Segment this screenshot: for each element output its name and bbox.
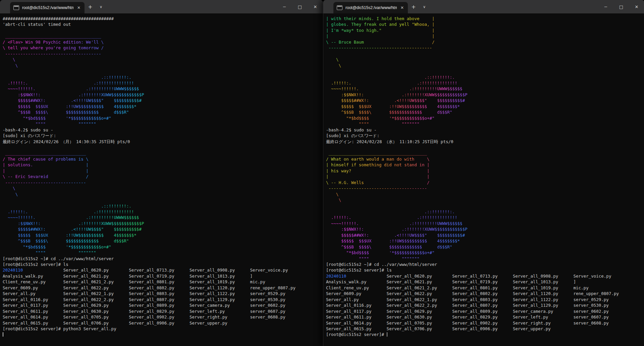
close-tab-icon[interactable]: ✕ xyxy=(400,5,405,10)
minimize-button[interactable]: ─ xyxy=(277,0,292,13)
terminal-screen-left[interactable]: ########################################… xyxy=(0,13,323,346)
ascii-art: .::!!!!!!!:. .!!!!!:. .:!!!!!!!!!!!!!! ~… xyxy=(326,209,467,262)
shell-login-output: -bash-4.2$ sudo su - [sudo] xi のパスワード: 最… xyxy=(326,127,644,151)
file-listing: 20240110 Server_all_0620.py Server_all_0… xyxy=(326,273,644,332)
listing-row: Server_all_0620.py Server_all_0713.py Se… xyxy=(346,274,611,279)
shell-run-command: [root@dic515s2 server]# python3 Server_a… xyxy=(3,326,323,332)
close-tab-icon[interactable]: ✕ xyxy=(76,5,81,10)
new-tab-button[interactable]: + xyxy=(85,0,96,13)
tab-dropdown-button[interactable]: ∨ xyxy=(419,0,429,13)
close-button[interactable]: ✕ xyxy=(629,0,644,13)
window-controls-right: ─ □ ✕ xyxy=(598,0,644,13)
banner-text: ########################################… xyxy=(3,16,323,33)
window-controls-left: ─ □ ✕ xyxy=(277,0,323,13)
cow-tail: \ \ xyxy=(326,57,341,74)
terminal-screen-right[interactable]: | with their minds. I hold them above | … xyxy=(323,13,644,346)
tab-title: root@dic515s2:/var/www/htm xyxy=(345,5,397,10)
ascii-art: .::!!!!!!!:. .!!!!!:. .:!!!!!!!!!!!!!! ~… xyxy=(326,74,467,127)
prompt-line: [root@dic515s2 server]# xyxy=(326,332,644,337)
terminal-icon xyxy=(337,5,342,10)
close-button[interactable]: ✕ xyxy=(308,0,323,13)
shell-commands: [root@dic515s2 ~]# cd ../var/www/html/se… xyxy=(326,262,644,273)
fortune-wells: _______________________________________ … xyxy=(326,150,430,191)
text-cursor xyxy=(387,332,387,337)
terminal-icon xyxy=(13,5,19,10)
tab-dropdown-button[interactable]: ∨ xyxy=(96,0,106,13)
new-tab-button[interactable]: + xyxy=(408,0,419,13)
maximize-button[interactable]: □ xyxy=(613,0,629,13)
terminal-window-left: root@dic515s2:/var/www/htm ✕ + ∨ ─ □ ✕ #… xyxy=(0,0,323,346)
listing-rows: Analysis_walk.py Server_all_0621.py Serv… xyxy=(326,279,619,331)
tab-title: root@dic515s2:/var/www/htm xyxy=(22,5,73,10)
maximize-button[interactable]: □ xyxy=(292,0,308,13)
terminal-tab-left[interactable]: root@dic515s2:/var/www/htm ✕ xyxy=(10,2,85,13)
cow-tail: \ \ xyxy=(3,185,18,203)
tab-bar-left: root@dic515s2:/var/www/htm ✕ + ∨ ─ □ ✕ xyxy=(0,0,323,13)
text-cursor xyxy=(3,332,3,337)
terminal-window-right: root@dic515s2:/var/www/htm ✕ + ∨ ─ □ ✕ |… xyxy=(323,0,644,346)
fortune-sevareid: ________________________________ / The c… xyxy=(3,150,89,185)
shell-login-output: -bash-4.2$ sudo su - [sudo] xi のパスワード: 最… xyxy=(3,127,323,151)
ascii-art: .::!!!!!!!:. .!!!!!:. .:!!!!!!!!!!!!!! ~… xyxy=(3,74,144,127)
directory-entry: 20240110 xyxy=(326,274,346,279)
directory-entry: 20240110 xyxy=(3,268,23,273)
ascii-art: .::!!!!!!!:. .!!!!!:. .:!!!!!!!!!!!!!! ~… xyxy=(3,203,144,256)
minimize-button[interactable]: ─ xyxy=(598,0,613,13)
tab-bar-right: root@dic515s2:/var/www/htm ✕ + ∨ ─ □ ✕ xyxy=(323,0,644,13)
shell-commands: [root@dic515s2 ~]# cd ../var/www/html/se… xyxy=(3,256,323,268)
terminal-tab-right[interactable]: root@dic515s2:/var/www/htm ✕ xyxy=(333,2,408,13)
shell-prompt: [root@dic515s2 server]# xyxy=(326,332,387,337)
file-listing: 20240110 Server_all_0620.py Server_all_0… xyxy=(3,267,323,326)
listing-rows: Analysis_walk.py Server_all_0621.py Serv… xyxy=(3,274,296,326)
listing-row: Server_all_0620.py Server_all_0713.py Se… xyxy=(23,268,288,273)
cursor-line xyxy=(3,332,323,337)
cow-tail: \ \ xyxy=(3,57,18,74)
fortune-baum: | with their minds. I hold them above | … xyxy=(326,16,435,57)
cow-tail: \ \ xyxy=(326,191,341,209)
fortune-flav: ______________________________________ /… xyxy=(3,33,104,57)
